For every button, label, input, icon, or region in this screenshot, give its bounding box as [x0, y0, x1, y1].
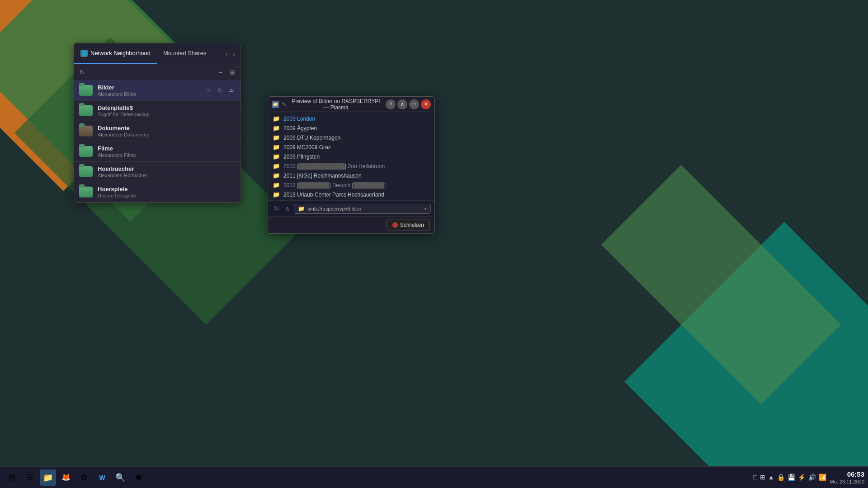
minimize-button[interactable]: ∧	[397, 99, 407, 109]
folder-icon-bilder	[79, 83, 93, 98]
taskbar-date-display: Mo. 23.11.2020	[830, 479, 864, 485]
share-desc-datenplatte: Zugriff für Datenbackup	[98, 112, 203, 117]
eject-button-dokumente[interactable]: ⏏	[226, 126, 236, 136]
taskbar-firefox[interactable]: 🦊	[58, 469, 74, 486]
copy-button-datenplatte[interactable]: ⎘	[215, 106, 225, 116]
network-icon: 🌐	[80, 50, 88, 57]
copy-button-hoerbuecher[interactable]: ⎘	[215, 167, 225, 177]
tab-network-label: Network Neighborhood	[90, 50, 151, 56]
folder-name-2: 2009 DTU Kopenhagen	[283, 135, 340, 141]
star-button-dokumente[interactable]: ☆	[203, 126, 213, 136]
share-name-hoerbuecher: Hoerbuecher	[98, 165, 203, 172]
eject-button-filme[interactable]: ⏏	[226, 146, 236, 156]
preview-collapse-button[interactable]: ∧	[283, 204, 292, 213]
star-button-hoerspiele[interactable]: ☆	[203, 187, 213, 197]
folder-name-1: 2009 Ägypten	[283, 125, 317, 131]
preview-refresh-button[interactable]: ↻	[272, 204, 281, 213]
share-desc-bilder: Alexanders Bilder	[98, 91, 203, 97]
maximize-button[interactable]: □	[409, 99, 419, 109]
taskbar-windows-icon[interactable]: ⊞	[760, 474, 765, 481]
star-button-datenplatte[interactable]: ☆	[203, 106, 213, 116]
taskbar-tools[interactable]: ✱	[130, 469, 146, 486]
samba-toolbar: ↻ − ⊞	[74, 64, 241, 80]
taskbar-start-button[interactable]: ⊞	[4, 469, 20, 486]
path-dropdown-arrow[interactable]: ▾	[424, 206, 427, 212]
folder-item-7[interactable]: 📁 2012 [████████] Besuch [████████]	[268, 180, 434, 190]
folder-icon-0: 📁	[273, 115, 280, 122]
star-button-hoerbuecher[interactable]: ☆	[203, 167, 213, 177]
share-item-hoerbuecher[interactable]: Hoerbuecher Alexanders Hörbücher ☆ ⎘ ⏏	[74, 162, 241, 182]
refresh-button[interactable]: ↻	[77, 67, 88, 77]
share-name-filme: Filme	[98, 145, 203, 152]
folder-item-1[interactable]: 📁 2009 Ägypten	[268, 123, 434, 133]
folder-icon-7: 📁	[273, 182, 280, 188]
folder-name-5: 2010 [████████████] Zoo Hellabrunn	[283, 163, 385, 169]
schliessen-button[interactable]: Schließen	[387, 220, 430, 230]
copy-button-hoerspiele[interactable]: ⎘	[215, 187, 225, 197]
share-desc-dokumente: Alexanders Dokumente	[98, 132, 203, 137]
tab-navigation: ‹ ›	[224, 49, 241, 58]
help-button[interactable]: ?	[386, 99, 396, 109]
copy-button-bilder[interactable]: ⎘	[215, 85, 225, 95]
copy-button-filme[interactable]: ⎘	[215, 146, 225, 156]
collapse-button[interactable]: −	[216, 67, 225, 77]
folder-icon-3: 📁	[273, 144, 280, 150]
taskbar-files[interactable]: 📁	[40, 469, 56, 486]
share-item-dokumente[interactable]: Dokumente Alexanders Dokumente ☆ ⎘ ⏏	[74, 121, 241, 141]
share-info-filme: Filme Alexanders Filme	[98, 145, 203, 158]
close-window-button[interactable]: ✕	[421, 99, 431, 109]
copy-button-dokumente[interactable]: ⎘	[215, 126, 225, 136]
eject-button-bilder[interactable]: ⏏	[226, 85, 236, 95]
taskbar-left: ⊞ ☰ 📁 🦊 ⚙ W 🔍 ✱	[4, 469, 146, 486]
taskbar-settings[interactable]: ⚙	[76, 469, 92, 486]
share-info-bilder: Bilder Alexanders Bilder	[98, 84, 203, 97]
folder-item-0[interactable]: 📁 2003 London	[268, 114, 434, 123]
folder-icon-hoerspiele	[79, 185, 93, 199]
preview-path-text: smb://raspberrypi/Bilder/	[307, 206, 421, 211]
taskbar-search[interactable]: 🔍	[112, 469, 128, 486]
taskbar-pager[interactable]: ☰	[22, 469, 38, 486]
folder-name-4: 2009 Pfingsten	[283, 154, 320, 160]
share-info-datenplatte: Datenplatte$ Zugriff für Datenbackup	[98, 104, 203, 117]
preview-titlebar: 📁 ✎ Preview of Bilder on RASPBERRYPI — P…	[268, 97, 434, 112]
samba-tab-bar: 🌐 Network Neighborhood Mounted Shares ‹ …	[74, 43, 241, 64]
share-item-datenplatte[interactable]: Datenplatte$ Zugriff für Datenbackup ☆ ⎘…	[74, 101, 241, 121]
share-info-hoerspiele: Hoerspiele Unsere Hörspiele	[98, 186, 203, 198]
tab-mounted-shares[interactable]: Mounted Shares	[157, 43, 212, 64]
star-button-bilder[interactable]: ☆	[203, 85, 213, 95]
folder-item-5[interactable]: 📁 2010 [████████████] Zoo Hellabrunn	[268, 161, 434, 171]
preview-window-title: Preview of Bilder on RASPBERRYPI — Plasm…	[289, 98, 383, 111]
eject-button-datenplatte[interactable]: ⏏	[226, 106, 236, 116]
folder-item-8[interactable]: 📁 2013 Urlaub Center Parcs Hochsauerland	[268, 190, 434, 199]
eject-button-hoerbuecher[interactable]: ⏏	[226, 167, 236, 177]
eject-button-hoerspiele[interactable]: ⏏	[226, 187, 236, 197]
tab-prev-button[interactable]: ‹	[224, 49, 230, 58]
taskbar-tray-arrow[interactable]: ▲	[768, 474, 774, 481]
share-desc-hoerbuecher: Alexanders Hörbücher	[98, 173, 203, 178]
share-list: Bilder Alexanders Bilder ☆ ⎘ ⏏ Datenplat…	[74, 80, 241, 202]
share-item-filme[interactable]: Filme Alexanders Filme ☆ ⎘ ⏏	[74, 141, 241, 162]
taskbar-time-display: 06:53	[830, 470, 864, 479]
taskbar-storage-icon: 💾	[788, 474, 795, 481]
preview-statusbar: ↻ ∧ 📁 smb://raspberrypi/Bilder/ ▾	[268, 200, 434, 216]
folder-item-2[interactable]: 📁 2009 DTU Kopenhagen	[268, 133, 434, 142]
share-item-hoerspiele[interactable]: Hoerspiele Unsere Hörspiele ☆ ⎘ ⏏	[74, 182, 241, 202]
preview-footer: Schließen	[268, 216, 434, 233]
taskbar-lock-icon: 🔒	[777, 474, 785, 481]
share-info-dokumente: Dokumente Alexanders Dokumente	[98, 125, 203, 137]
share-item-bilder[interactable]: Bilder Alexanders Bilder ☆ ⎘ ⏏	[74, 80, 241, 101]
tab-next-button[interactable]: ›	[231, 49, 237, 58]
taskbar-power-icon: ⚡	[798, 474, 806, 481]
layout-button[interactable]: ⊞	[227, 67, 238, 77]
folder-item-3[interactable]: 📁 2009 MC2009 Graz	[268, 142, 434, 152]
tab-network-neighborhood[interactable]: 🌐 Network Neighborhood	[74, 43, 157, 64]
folder-item-6[interactable]: 📁 2011 [KiGa] Reichmannshausen	[268, 171, 434, 180]
folder-item-4[interactable]: 📁 2009 Pfingsten	[268, 152, 434, 161]
star-button-filme[interactable]: ☆	[203, 146, 213, 156]
taskbar-audio-icon[interactable]: 🔊	[808, 474, 816, 481]
taskbar-desktop-icon[interactable]: □	[753, 474, 757, 481]
share-desc-hoerspiele: Unsere Hörspiele	[98, 193, 203, 198]
preview-app-icon: 📁	[272, 101, 279, 108]
taskbar-word[interactable]: W	[94, 469, 110, 486]
schliessen-label: Schließen	[400, 222, 424, 228]
